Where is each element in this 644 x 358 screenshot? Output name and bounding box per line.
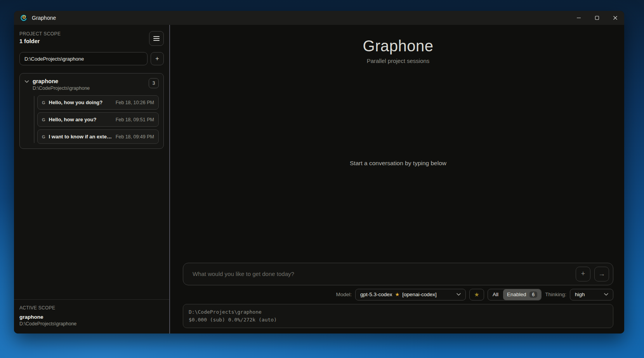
session-item[interactable]: G Hello, how you doing? Feb 18, 10:26 PM: [37, 95, 159, 110]
session-timestamp: Feb 18, 09:51 PM: [116, 117, 154, 122]
filter-all-segment[interactable]: All: [488, 289, 503, 300]
thinking-value: high: [575, 292, 585, 297]
conversation-area: Start a conversation by typing below: [183, 64, 613, 263]
project-group-header[interactable]: graphone D:\CodeProjects\graphone 3: [24, 78, 159, 91]
model-label: Model:: [336, 292, 352, 297]
close-icon: [613, 16, 618, 20]
star-icon: ★: [474, 291, 479, 298]
arrow-right-icon: →: [598, 270, 605, 278]
active-scope-path: D:\CodeProjects\graphone: [19, 321, 164, 327]
window-controls: [569, 11, 624, 25]
minimize-button[interactable]: [569, 11, 588, 25]
app-window: Graphone PROJECT SCOPE: [14, 11, 624, 334]
group-path: D:\CodeProjects\graphone: [33, 86, 90, 91]
model-value: gpt-5.3-codex: [360, 292, 392, 297]
session-g-icon: G: [42, 100, 45, 105]
active-scope-label: ACTIVE SCOPE: [19, 305, 164, 311]
folder-count: 1 folder: [19, 38, 61, 44]
page-subtitle: Parallel project sessions: [183, 58, 613, 64]
session-timestamp: Feb 18, 10:26 PM: [116, 100, 154, 105]
session-timestamp: Feb 18, 09:49 PM: [116, 134, 154, 140]
usage-status-box: D:\CodeProjects\graphone $0.000 (sub) 0.…: [183, 304, 613, 328]
app-logo-icon: [19, 14, 28, 22]
maximize-icon: [595, 16, 599, 20]
hero: Graphone Parallel project sessions: [183, 37, 613, 64]
enabled-count-badge: 6: [529, 292, 538, 298]
session-list: G Hello, how you doing? Feb 18, 10:26 PM…: [24, 95, 159, 144]
sidebar: PROJECT SCOPE 1 folder +: [14, 25, 170, 334]
project-scope-label: PROJECT SCOPE: [19, 31, 61, 37]
active-scope-name: graphone: [19, 314, 164, 320]
app-title: Graphone: [32, 15, 56, 21]
active-scope-panel: ACTIVE SCOPE graphone D:\CodeProjects\gr…: [14, 299, 169, 334]
attach-button[interactable]: +: [576, 267, 590, 281]
session-count-badge[interactable]: 3: [149, 78, 159, 88]
session-item[interactable]: G Hello, how are you? Feb 18, 09:51 PM: [37, 112, 159, 127]
session-g-icon: G: [42, 117, 45, 122]
titlebar: Graphone: [14, 11, 624, 25]
empty-state-message: Start a conversation by typing below: [350, 160, 446, 167]
plus-icon: +: [155, 55, 159, 62]
send-button[interactable]: →: [594, 267, 609, 281]
star-icon: ★: [395, 292, 400, 297]
composer: + →: [183, 263, 613, 285]
group-name: graphone: [33, 78, 90, 84]
session-title: Hello, how are you?: [49, 117, 112, 122]
folder-path-input[interactable]: [19, 52, 148, 65]
plus-icon: +: [581, 270, 585, 278]
thinking-select[interactable]: high: [570, 289, 613, 300]
favorite-models-button[interactable]: ★: [469, 289, 484, 300]
page-title: Graphone: [183, 37, 613, 55]
session-item[interactable]: G I want to know if an extensi... Feb 18…: [37, 129, 159, 144]
project-group-card: graphone D:\CodeProjects\graphone 3 G He…: [19, 73, 164, 149]
message-input[interactable]: [193, 271, 572, 277]
chevron-down-icon: [24, 80, 29, 83]
main-panel: Graphone Parallel project sessions Start…: [170, 25, 624, 334]
filter-enabled-segment[interactable]: Enabled 6: [503, 289, 541, 300]
model-bar: Model: gpt-5.3-codex ★ [openai-codex] ★ …: [183, 289, 613, 300]
session-title: I want to know if an extensi...: [49, 134, 112, 140]
session-title: Hello, how you doing?: [49, 100, 112, 105]
session-g-icon: G: [42, 134, 45, 139]
chevron-down-icon: [604, 293, 608, 296]
thinking-label: Thinking:: [545, 292, 566, 297]
model-filter-toggle: All Enabled 6: [488, 289, 542, 300]
menu-button[interactable]: [149, 31, 164, 46]
chevron-down-icon: [457, 293, 461, 296]
model-select[interactable]: gpt-5.3-codex ★ [openai-codex]: [355, 289, 466, 300]
status-path: D:\CodeProjects\graphone: [189, 308, 608, 316]
filter-enabled-label: Enabled: [507, 292, 526, 297]
maximize-button[interactable]: [588, 11, 606, 25]
status-usage: $0.000 (sub) 0.0%/272k (auto): [189, 316, 608, 324]
add-folder-button[interactable]: +: [151, 52, 164, 65]
model-provider: [openai-codex]: [402, 292, 437, 297]
minimize-icon: [576, 16, 581, 20]
hamburger-icon: [153, 36, 160, 41]
close-button[interactable]: [606, 11, 624, 25]
